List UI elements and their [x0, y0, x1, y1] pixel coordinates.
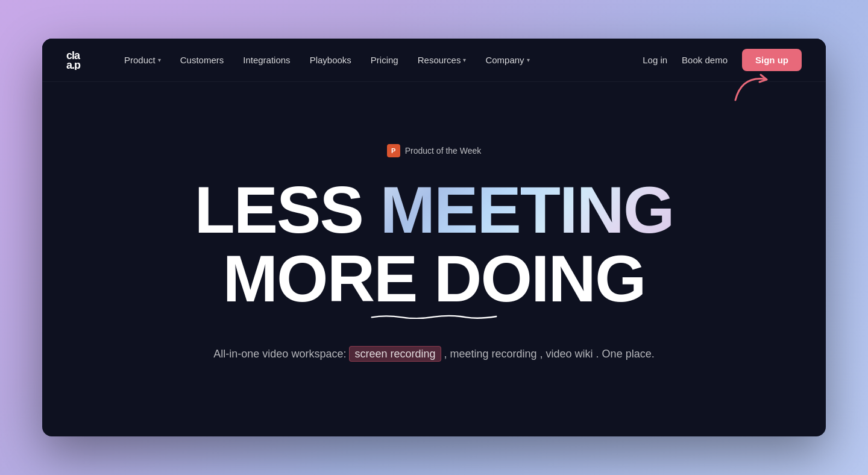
book-demo-button[interactable]: Book demo: [682, 55, 728, 65]
nav-item-company[interactable]: Company ▾: [485, 55, 529, 65]
chevron-down-icon: ▾: [158, 57, 161, 63]
logo[interactable]: cla a.p: [66, 48, 95, 72]
nav-item-resources[interactable]: Resources ▾: [418, 55, 467, 65]
chevron-down-icon: ▾: [527, 57, 530, 63]
login-button[interactable]: Log in: [643, 55, 667, 65]
svg-text:a.p: a.p: [66, 59, 81, 70]
nav-links: Product ▾ Customers Integrations Playboo…: [124, 55, 643, 65]
screen-recording-highlight: screen recording: [349, 346, 441, 362]
product-badge[interactable]: P Product of the Week: [387, 144, 482, 157]
nav-item-pricing[interactable]: Pricing: [371, 55, 398, 65]
browser-window: cla a.p Product ▾ Customers Integrations…: [42, 39, 826, 436]
logo-text: cla a.p: [66, 48, 95, 72]
nav-actions: Log in Book demo Sign up: [643, 49, 802, 71]
headline-line2: MORE DOING: [195, 245, 674, 312]
nav-item-customers[interactable]: Customers: [180, 55, 224, 65]
navbar: cla a.p Product ▾ Customers Integrations…: [42, 39, 826, 82]
signup-button[interactable]: Sign up: [742, 49, 802, 71]
headline-line1: LESS MEETING: [195, 177, 674, 243]
hero-headline: LESS MEETING MORE DOING: [195, 177, 674, 319]
chevron-down-icon: ▾: [463, 57, 466, 63]
product-badge-text: Product of the Week: [405, 146, 482, 156]
nav-item-product[interactable]: Product ▾: [124, 55, 161, 65]
headline-meeting: MEETING: [380, 172, 673, 247]
nav-item-integrations[interactable]: Integrations: [243, 55, 290, 65]
hero-subtitle: All-in-one video workspace: screen recor…: [213, 345, 654, 363]
arrow-annotation: [729, 70, 778, 109]
hero-section: P Product of the Week LESS MEETING MORE …: [42, 82, 826, 436]
nav-item-playbooks[interactable]: Playbooks: [310, 55, 351, 65]
product-hunt-icon: P: [387, 144, 400, 157]
